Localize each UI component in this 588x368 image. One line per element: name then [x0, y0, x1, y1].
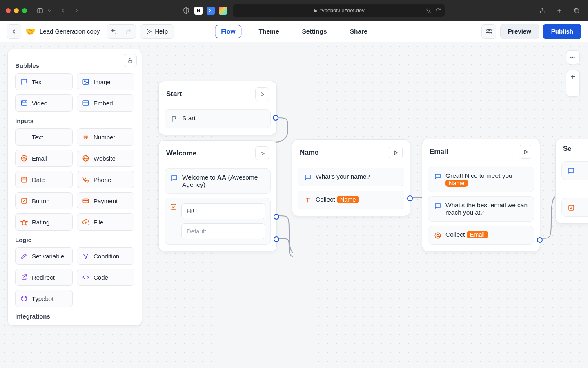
block-redirect[interactable]: Redirect — [15, 269, 73, 286]
section-integrations: Integrations — [15, 313, 134, 320]
preview-button[interactable]: Preview — [500, 24, 539, 39]
svg-marker-43 — [394, 151, 398, 155]
main-tabs: Flow Theme Settings Share — [215, 25, 373, 38]
tab-theme[interactable]: Theme — [253, 25, 285, 38]
publish-button[interactable]: Publish — [543, 24, 581, 39]
svg-point-37 — [570, 57, 572, 58]
help-label: Help — [155, 28, 168, 35]
help-button[interactable]: Help — [140, 24, 174, 39]
block-video-bubble[interactable]: Video — [15, 94, 73, 112]
zoom-in-button[interactable]: + — [566, 70, 579, 83]
email-question-step[interactable]: What's the best email we can reach you a… — [428, 196, 534, 222]
tabs-overview-icon[interactable] — [571, 5, 582, 16]
svg-point-23 — [23, 157, 25, 159]
welcome-text-step[interactable]: Welcome to AA (Awesome Agency) — [165, 168, 271, 194]
play-button[interactable] — [255, 87, 269, 101]
tab-settings[interactable]: Settings — [296, 25, 333, 38]
block-embed-bubble[interactable]: Embed — [77, 94, 134, 112]
email-greet-step[interactable]: Great! Nice to meet youName — [428, 167, 534, 192]
url-bar[interactable]: typebot.luizeof.dev — [233, 4, 445, 17]
app-top-bar: 🤝 Lead Generation copy Help Flow Theme S… — [0, 21, 588, 42]
block-phone-input[interactable]: Phone — [77, 171, 134, 188]
block-button-input[interactable]: Button — [15, 192, 73, 209]
browser-forward-icon[interactable] — [71, 5, 82, 16]
block-code[interactable]: Code — [77, 269, 134, 286]
minimize-window-icon[interactable] — [14, 8, 19, 13]
block-text-input[interactable]: Text — [15, 128, 73, 146]
welcome-choice-step[interactable]: Hi! Default — [165, 198, 271, 245]
reload-icon[interactable] — [435, 8, 441, 13]
flag-icon — [171, 115, 178, 123]
flow-canvas[interactable]: Bubbles Text Image Video Embed Inputs Te… — [0, 42, 588, 368]
zoom-out-button[interactable]: − — [566, 83, 579, 96]
block-number-input[interactable]: Number — [77, 128, 134, 146]
svg-line-20 — [85, 135, 85, 139]
svg-point-7 — [487, 29, 489, 31]
tab-share[interactable]: Share — [344, 25, 373, 38]
name-question-step[interactable]: What's your name? — [298, 168, 404, 186]
block-text-bubble[interactable]: Text — [15, 73, 73, 90]
block-payment-input[interactable]: Payment — [77, 192, 134, 209]
node-welcome[interactable]: Welcome Welcome to AA (Awesome Agency) H… — [158, 140, 277, 251]
extension-gradient-icon[interactable] — [219, 7, 227, 15]
block-date-input[interactable]: Date — [15, 171, 73, 188]
svg-line-21 — [87, 135, 87, 139]
sidebar-toggle-icon[interactable] — [34, 5, 46, 16]
node-start[interactable]: Start Start — [158, 81, 277, 135]
browser-back-icon[interactable] — [57, 5, 69, 16]
close-window-icon[interactable] — [6, 8, 11, 13]
new-tab-icon[interactable] — [554, 5, 565, 16]
extension-blue-icon[interactable] — [207, 7, 215, 15]
start-step[interactable]: Start — [165, 109, 271, 128]
share-icon[interactable] — [537, 5, 548, 16]
play-button[interactable] — [519, 145, 532, 159]
shield-icon[interactable] — [182, 7, 190, 15]
checkbox-icon — [170, 203, 177, 212]
next-step-1[interactable] — [561, 161, 588, 180]
translate-icon[interactable] — [425, 8, 431, 13]
bot-name[interactable]: Lead Generation copy — [40, 28, 100, 35]
chevron-down-icon[interactable] — [47, 5, 53, 16]
block-typebot[interactable]: Typebot — [15, 290, 73, 307]
block-email-input[interactable]: Email — [15, 150, 73, 167]
chat-icon — [568, 167, 575, 175]
variable-chip: Name — [337, 196, 359, 203]
checkbox-icon — [568, 204, 575, 211]
connection-port[interactable] — [537, 237, 543, 243]
cube-icon — [20, 295, 28, 302]
choice-option-hi[interactable]: Hi! — [181, 203, 265, 219]
node-email[interactable]: Email Great! Nice to meet youName What's… — [422, 139, 540, 251]
connection-port[interactable] — [274, 236, 279, 242]
name-collect-step[interactable]: Collect Name — [298, 191, 404, 209]
block-image-bubble[interactable]: Image — [77, 73, 134, 90]
connection-port[interactable] — [274, 214, 279, 220]
play-button[interactable] — [389, 146, 403, 159]
email-collect-step[interactable]: Collect Email — [428, 226, 534, 245]
collaborators-button[interactable] — [481, 24, 496, 39]
redo-button[interactable] — [121, 24, 136, 39]
filter-icon — [82, 252, 89, 260]
back-button[interactable] — [7, 24, 21, 39]
block-set-variable[interactable]: Set variable — [15, 247, 73, 265]
node-next[interactable]: Se — [555, 139, 588, 224]
block-file-input[interactable]: File — [77, 213, 134, 231]
choice-option-default[interactable]: Default — [181, 223, 265, 239]
upload-icon — [82, 218, 89, 226]
block-condition[interactable]: Condition — [77, 247, 134, 265]
next-step-2[interactable] — [561, 198, 588, 217]
external-link-icon — [20, 274, 28, 281]
block-rating-input[interactable]: Rating — [15, 213, 73, 231]
tab-flow[interactable]: Flow — [215, 25, 241, 38]
notion-icon[interactable]: N — [194, 7, 203, 15]
node-name[interactable]: Name What's your name? Collect Name — [292, 139, 410, 216]
svg-rect-16 — [83, 101, 89, 105]
connection-port[interactable] — [273, 115, 278, 121]
maximize-window-icon[interactable] — [22, 8, 27, 13]
lock-palette-button[interactable] — [124, 54, 137, 67]
svg-marker-41 — [261, 152, 264, 155]
connection-port[interactable] — [407, 195, 413, 201]
undo-button[interactable] — [107, 24, 121, 39]
play-button[interactable] — [255, 146, 269, 160]
block-website-input[interactable]: Website — [77, 150, 134, 167]
canvas-menu-button[interactable] — [566, 50, 580, 64]
